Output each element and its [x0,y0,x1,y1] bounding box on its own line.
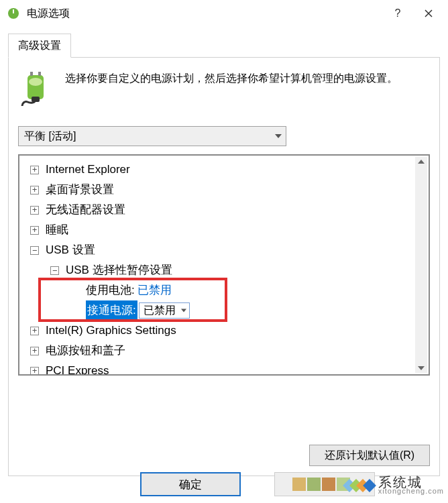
close-button[interactable] [413,3,444,24]
settings-tree[interactable]: +Internet Explorer +桌面背景设置 +无线适配器设置 +睡眠 … [18,154,430,376]
expand-icon[interactable]: + [30,327,39,335]
expand-icon[interactable]: + [30,367,39,376]
tree-item-intel-graphics[interactable]: +Intel(R) Graphics Settings [22,321,412,341]
watermark: 系统城 xitongcheng.com [345,476,444,495]
advanced-settings-panel: 选择你要自定义的电源计划，然后选择你希望计算机管理的电源设置。 平衡 [活动] … [8,58,440,476]
plugged-in-label: 接通电源: [86,300,137,321]
collapse-icon[interactable]: − [30,246,39,255]
tab-strip: 高级设置 [8,34,440,58]
chevron-down-icon [275,134,282,138]
expand-icon[interactable]: + [30,206,39,215]
tree-item-plugged-in[interactable]: 接通电源: 已禁用 [22,300,412,321]
on-battery-value[interactable]: 已禁用 [137,280,172,300]
tree-item-power-buttons-lid[interactable]: +电源按钮和盖子 [22,341,412,361]
tree-item-pci-express[interactable]: +PCI Express [22,361,412,376]
battery-plug-icon [18,70,56,107]
tree-item-desktop-background[interactable]: +桌面背景设置 [22,180,412,200]
tree-item-wireless-adapter[interactable]: +无线适配器设置 [22,200,412,220]
intro-text: 选择你要自定义的电源计划，然后选择你希望计算机管理的电源设置。 [65,70,398,107]
power-plan-dropdown[interactable]: 平衡 [活动] [18,126,286,146]
titlebar: 电源选项 ? [0,0,448,27]
collapse-icon[interactable]: − [50,266,59,275]
intro-row: 选择你要自定义的电源计划，然后选择你希望计算机管理的电源设置。 [18,70,430,107]
window-title: 电源选项 [27,7,382,21]
expand-icon[interactable]: + [30,166,39,174]
tree-item-sleep[interactable]: +睡眠 [22,220,412,240]
power-options-icon [7,7,20,20]
expand-icon[interactable]: + [30,347,39,355]
ok-button[interactable]: 确定 [140,472,241,496]
svg-point-3 [29,78,42,86]
power-plan-value: 平衡 [活动] [24,129,76,144]
tree-item-usb-selective-suspend[interactable]: −USB 选择性暂停设置 [22,260,412,280]
scroll-up-icon[interactable] [418,160,425,164]
tree-item-internet-explorer[interactable]: +Internet Explorer [22,160,412,180]
restore-defaults-button[interactable]: 还原计划默认值(R) [309,445,430,466]
plugged-in-value-dropdown[interactable]: 已禁用 [139,302,190,319]
tab-label: 高级设置 [18,39,61,53]
svg-rect-1 [13,9,14,13]
pixelation-overlay [292,478,350,491]
svg-rect-6 [32,97,40,102]
expand-icon[interactable]: + [30,226,39,235]
tree-scrollbar[interactable] [415,157,427,373]
scroll-down-icon[interactable] [418,366,425,370]
tree-item-usb-settings[interactable]: −USB 设置 [22,240,412,260]
svg-rect-5 [38,72,41,76]
help-button[interactable]: ? [382,3,413,24]
svg-rect-4 [30,72,33,76]
watermark-url: xitongcheng.com [378,488,444,495]
chevron-down-icon [181,309,186,313]
tree-item-on-battery[interactable]: 使用电池: 已禁用 [22,280,412,300]
expand-icon[interactable]: + [30,186,39,194]
tab-advanced-settings[interactable]: 高级设置 [8,34,71,58]
